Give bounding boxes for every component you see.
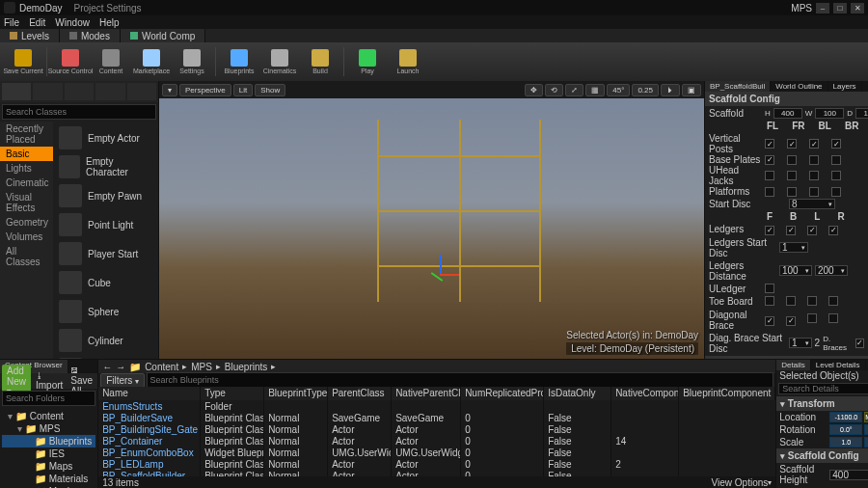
scaffold-d[interactable] <box>855 108 868 119</box>
col-isdataonly[interactable]: IsDataOnly <box>544 387 611 400</box>
col-nativecomponents[interactable]: NativeComponents <box>611 387 679 400</box>
ledgers-check-0[interactable] <box>765 226 774 235</box>
content-button[interactable]: Content <box>92 44 130 79</box>
snap-scale[interactable]: 0.25 <box>632 84 659 96</box>
uhead-jacks-0[interactable] <box>765 171 774 180</box>
vp-lit[interactable]: Lit <box>233 84 253 96</box>
asset-row[interactable]: EnumsStructsFolder <box>98 400 775 412</box>
diagbrace-check-3[interactable] <box>828 313 838 323</box>
uhead-jacks-1[interactable] <box>787 171 797 180</box>
transform-move-icon[interactable]: ✥ <box>525 84 543 96</box>
cinematics-button[interactable]: Cinematics <box>260 44 299 79</box>
launch-button[interactable]: Launch <box>389 44 427 79</box>
asset-row[interactable]: BP_ContainerBlueprint ClassNormalActorAc… <box>98 435 775 447</box>
scaffold-h[interactable] <box>773 108 802 119</box>
save-button[interactable]: Save Current <box>4 44 42 79</box>
category-visual-effects[interactable]: Visual Effects <box>0 190 53 215</box>
tree-content[interactable]: ▾📁 Content <box>2 410 95 422</box>
menu-file[interactable]: File <box>4 17 19 28</box>
source-control-button[interactable]: Source Control <box>51 44 90 79</box>
det-height[interactable]: 400 <box>829 470 868 480</box>
crumb-fwd-icon[interactable]: → <box>116 362 125 372</box>
actor-cube[interactable]: Cube <box>53 268 158 297</box>
toeboard-check-1[interactable] <box>786 296 796 306</box>
tree-maps[interactable]: 📁 Maps <box>2 460 95 473</box>
ledgers-dist-2[interactable]: 200 <box>815 265 848 276</box>
rot-x[interactable] <box>829 424 862 435</box>
mode-paint-icon[interactable] <box>33 83 62 100</box>
crumb-back-icon[interactable]: ← <box>102 362 112 372</box>
ledgers-check-1[interactable] <box>786 226 796 235</box>
actor-empty-character[interactable]: Empty Character <box>53 152 158 181</box>
base-plates-3[interactable] <box>831 155 841 165</box>
tab-levels[interactable]: Levels <box>0 29 60 42</box>
loc-y[interactable] <box>864 412 868 422</box>
asset-row[interactable]: BP_LEDLampBlueprint ClassNormalActorActo… <box>98 458 775 470</box>
menu-help[interactable]: Help <box>99 17 120 28</box>
start-disc-select[interactable]: 8 <box>789 199 835 209</box>
toeboard-check-2[interactable] <box>807 296 817 306</box>
scl-y[interactable] <box>864 437 868 447</box>
viewport-menu-icon[interactable]: ▾ <box>162 84 177 96</box>
transform-gizmo-icon[interactable] <box>420 255 459 293</box>
col-numreplicatedprope[interactable]: NumReplicatedPrope <box>461 387 544 400</box>
crumb-mps[interactable]: MPS <box>191 362 212 372</box>
view-options[interactable]: View Options <box>712 477 769 488</box>
crumb-blueprints[interactable]: Blueprints <box>225 362 267 372</box>
tab-details[interactable]: Details <box>776 360 810 370</box>
tab-world-comp[interactable]: World Comp <box>121 29 205 42</box>
camera-speed-icon[interactable]: ⏵ <box>661 84 680 96</box>
tree-mps[interactable]: ▾📁 MPS <box>2 422 95 435</box>
platforms-3[interactable] <box>831 187 841 197</box>
play-button[interactable]: Play <box>348 44 387 79</box>
mode-place-icon[interactable] <box>2 83 31 100</box>
category-cinematic[interactable]: Cinematic <box>0 176 53 190</box>
category-recently-placed[interactable]: Recently Placed <box>0 122 53 147</box>
mode-landscape-icon[interactable] <box>65 83 94 100</box>
col-type[interactable]: Type <box>201 387 264 400</box>
diag-start[interactable]: 1 <box>789 338 812 348</box>
base-plates-0[interactable] <box>765 155 774 165</box>
close-button[interactable]: ✕ <box>851 3 864 14</box>
ledgers-check-3[interactable] <box>828 226 838 235</box>
search-folders[interactable] <box>2 391 95 406</box>
viewport-maximize-icon[interactable]: ▣ <box>682 84 701 96</box>
actor-empty-actor[interactable]: Empty Actor <box>53 123 158 152</box>
ledgers-check-2[interactable] <box>807 226 817 235</box>
ledgers-dist-1[interactable]: 100 <box>779 265 812 276</box>
actor-sphere[interactable]: Sphere <box>53 297 158 326</box>
rot-y[interactable] <box>864 424 868 435</box>
vertical-posts-0[interactable] <box>765 139 774 149</box>
tree-materials[interactable]: 📁 Materials <box>2 473 95 485</box>
uhead-jacks-3[interactable] <box>831 171 841 180</box>
marketplace-button[interactable]: Marketplace <box>132 44 171 79</box>
toeboard-check-0[interactable] <box>765 296 774 306</box>
vp-show[interactable]: Show <box>255 84 285 96</box>
diagbrace-check-1[interactable] <box>786 316 796 326</box>
transform-scale-icon[interactable]: ⤢ <box>565 84 583 96</box>
category-basic[interactable]: Basic <box>0 147 53 161</box>
minimize-button[interactable]: – <box>816 3 829 14</box>
col-parentclass[interactable]: ParentClass <box>328 387 392 400</box>
toeboard-check-3[interactable] <box>828 296 838 306</box>
uhead-jacks-2[interactable] <box>809 171 819 180</box>
build-button[interactable]: Build <box>301 44 339 79</box>
category-lights[interactable]: Lights <box>0 161 53 176</box>
crumb-content[interactable]: Content <box>145 362 178 372</box>
uledger-check[interactable] <box>765 284 774 293</box>
settings-button[interactable]: Settings <box>173 44 211 79</box>
actor-point-light[interactable]: Point Light <box>53 210 158 239</box>
tab-level-details[interactable]: Level Details <box>811 360 866 370</box>
search-classes[interactable] <box>2 104 156 120</box>
diagbrace-check-0[interactable] <box>765 316 774 326</box>
actor-empty-pawn[interactable]: Empty Pawn <box>53 181 158 210</box>
tab-layers[interactable]: Layers <box>828 81 862 92</box>
blueprints-button[interactable]: Blueprints <box>220 44 258 79</box>
base-plates-2[interactable] <box>809 155 819 165</box>
project-settings[interactable]: Project Settings <box>73 3 141 14</box>
vertical-posts-2[interactable] <box>809 139 819 149</box>
vp-perspective[interactable]: Perspective <box>179 84 231 96</box>
filters-button[interactable]: Filters ▾ <box>100 373 144 388</box>
tab-scaffold-builder[interactable]: BP_ScaffoldBuil <box>705 81 771 92</box>
tab-modes[interactable]: Modes <box>60 29 121 42</box>
